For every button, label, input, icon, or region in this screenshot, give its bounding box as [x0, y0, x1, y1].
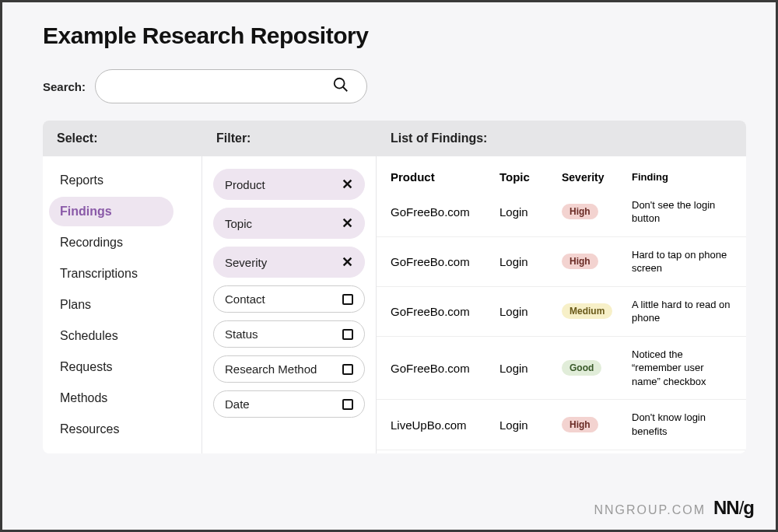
filter-pill-label: Status	[225, 327, 258, 341]
severity-badge: Good	[562, 360, 601, 376]
findings-table: Product Topic Severity Finding GoFreeBo.…	[377, 156, 746, 450]
findings-panel: List of Findings: Product Topic Severity…	[376, 121, 746, 453]
severity-badge: Medium	[562, 303, 612, 319]
select-header: Select:	[43, 121, 202, 156]
svg-line-1	[343, 87, 348, 92]
table-row[interactable]: GoFreeBo.comLoginHighHard to tap on phon…	[377, 237, 746, 287]
filter-pill-date[interactable]: Date	[213, 390, 365, 418]
filter-pill-label: Severity	[225, 256, 267, 269]
cell-severity: High	[562, 417, 624, 432]
severity-badge: High	[562, 204, 598, 219]
app-root: Example Research Repository Search: Sele…	[0, 0, 778, 532]
filter-header: Filter:	[202, 121, 376, 156]
findings-header: List of Findings:	[377, 121, 746, 156]
filter-pill-research-method[interactable]: Research Method	[213, 355, 365, 383]
select-item-resources[interactable]: Resources	[49, 415, 173, 444]
col-header-topic: Topic	[499, 170, 554, 184]
cell-topic: Login	[499, 205, 554, 219]
col-header-finding: Finding	[632, 170, 732, 184]
severity-badge: High	[562, 254, 598, 269]
select-item-requests[interactable]: Requests	[49, 352, 173, 382]
filter-pill-topic[interactable]: Topic✕	[213, 208, 365, 239]
checkbox-icon	[342, 399, 353, 410]
cell-finding: Hard to tap on phone screen	[632, 248, 732, 275]
checkbox-icon	[342, 364, 353, 375]
footer-logo: NNGROUP.COM NN/g	[594, 497, 754, 519]
filter-panel: Filter: Product✕Topic✕Severity✕ContactSt…	[202, 121, 376, 453]
filter-pill-label: Product	[225, 178, 265, 191]
cell-product: GoFreeBo.com	[391, 362, 492, 375]
cell-finding: Don't know login benefits	[632, 411, 732, 438]
select-item-schedules[interactable]: Schedules	[49, 321, 173, 351]
select-item-findings[interactable]: Findings	[49, 197, 173, 226]
svg-point-0	[335, 79, 345, 89]
table-row[interactable]: GoFreeBo.comLoginGoodNoticed the “rememb…	[377, 337, 746, 401]
cell-finding: Noticed the “remember user name” checkbo…	[632, 348, 732, 389]
select-panel: Select: ReportsFindingsRecordingsTranscr…	[43, 121, 202, 453]
filter-pill-label: Research Method	[225, 362, 317, 376]
col-header-severity: Severity	[562, 171, 624, 184]
close-icon: ✕	[342, 254, 353, 271]
findings-header-row: Product Topic Severity Finding	[377, 156, 746, 187]
col-header-product: Product	[391, 170, 492, 184]
brand-g: g	[743, 497, 754, 518]
cell-severity: Good	[562, 360, 624, 376]
table-row[interactable]: GoFreeBo.comLoginMediumA little hard to …	[377, 287, 746, 337]
select-item-recordings[interactable]: Recordings	[49, 228, 173, 257]
brand-logo: NN/g	[713, 497, 754, 519]
brand-nn: NN	[713, 497, 739, 518]
cell-topic: Login	[499, 418, 554, 432]
search-input[interactable]	[95, 69, 367, 103]
filter-list: Product✕Topic✕Severity✕ContactStatusRese…	[202, 156, 376, 430]
cell-finding: A little hard to read on phone	[632, 298, 732, 325]
filter-pill-label: Date	[225, 397, 250, 411]
select-item-plans[interactable]: Plans	[49, 290, 173, 320]
cell-product: GoFreeBo.com	[391, 305, 492, 318]
table-row[interactable]: GoFreeBo.comLoginHighDon't see the login…	[377, 187, 746, 237]
severity-badge: High	[562, 417, 598, 432]
select-item-methods[interactable]: Methods	[49, 383, 173, 413]
filter-pill-severity[interactable]: Severity✕	[213, 247, 365, 278]
cell-severity: Medium	[562, 303, 624, 319]
page-title: Example Research Repository	[43, 23, 746, 49]
cell-product: GoFreeBo.com	[391, 205, 492, 219]
close-icon: ✕	[342, 215, 353, 232]
search-label: Search:	[43, 80, 86, 93]
cell-product: LiveUpBo.com	[391, 418, 492, 432]
panels-container: Select: ReportsFindingsRecordingsTranscr…	[43, 121, 746, 453]
filter-pill-label: Contact	[225, 292, 265, 306]
filter-pill-contact[interactable]: Contact	[213, 285, 365, 313]
cell-product: GoFreeBo.com	[391, 255, 492, 268]
cell-finding: Don't see the login button	[632, 198, 732, 226]
search-icon	[332, 76, 349, 96]
search-row: Search:	[43, 69, 746, 103]
checkbox-icon	[342, 329, 353, 340]
filter-pill-label: Topic	[225, 217, 252, 230]
cell-severity: High	[562, 254, 624, 269]
select-item-reports[interactable]: Reports	[49, 166, 173, 195]
footer-url: NNGROUP.COM	[594, 503, 706, 517]
cell-topic: Login	[499, 362, 554, 375]
select-list: ReportsFindingsRecordingsTranscriptionsP…	[43, 156, 202, 453]
filter-pill-status[interactable]: Status	[213, 320, 365, 348]
checkbox-icon	[342, 294, 353, 305]
select-item-transcriptions[interactable]: Transcriptions	[49, 259, 173, 289]
close-icon: ✕	[342, 176, 353, 193]
cell-topic: Login	[499, 305, 554, 318]
cell-topic: Login	[499, 255, 554, 268]
filter-pill-product[interactable]: Product✕	[213, 169, 365, 200]
table-row[interactable]: LiveUpBo.comLoginHighDon't know login be…	[377, 400, 746, 450]
cell-severity: High	[562, 204, 624, 219]
